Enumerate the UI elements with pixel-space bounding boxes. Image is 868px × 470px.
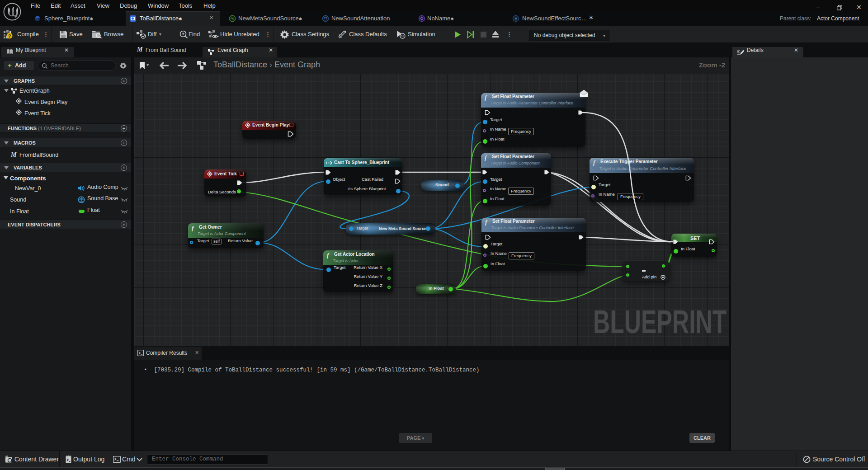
svg-text:C: C — [131, 16, 134, 21]
svg-text:?: ? — [8, 33, 11, 39]
